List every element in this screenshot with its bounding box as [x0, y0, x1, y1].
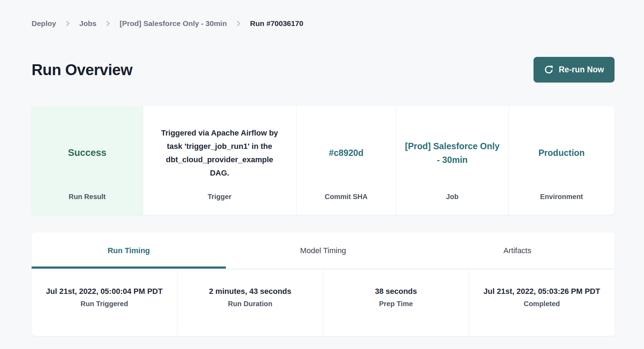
tab-run-timing[interactable]: Run Timing — [32, 232, 226, 269]
environment-label: Environment — [540, 193, 583, 201]
commit-sha-link[interactable]: #c8920d — [329, 146, 364, 160]
job-label: Job — [446, 193, 459, 201]
run-result-cell: Success Run Result — [32, 106, 143, 215]
rerun-now-button[interactable]: Re-run Now — [534, 57, 615, 83]
breadcrumb-jobs[interactable]: Jobs — [79, 19, 96, 28]
breadcrumb: Deploy Jobs [Prod] Salesforce Only - 30m… — [32, 18, 615, 29]
commit-sha-label: Commit SHA — [325, 193, 368, 201]
run-duration-cell: 2 minutes, 43 seconds Run Duration — [177, 270, 323, 336]
prep-time-value: 38 seconds — [375, 285, 417, 298]
job-link[interactable]: [Prod] Salesforce Only - 30min — [405, 139, 500, 167]
tab-artifacts[interactable]: Artifacts — [420, 232, 615, 269]
tab-model-timing[interactable]: Model Timing — [226, 232, 420, 269]
page-title: Run Overview — [32, 61, 132, 79]
run-triggered-label: Run Triggered — [81, 300, 128, 308]
commit-sha-cell: #c8920d Commit SHA — [296, 106, 396, 215]
run-triggered-value: Jul 21st, 2022, 05:00:04 PM PDT — [46, 285, 163, 298]
chevron-right-icon — [106, 20, 110, 27]
run-result-value: Success — [68, 146, 107, 160]
environment-link[interactable]: Production — [538, 146, 585, 160]
tab-bar: Run Timing Model Timing Artifacts — [32, 232, 615, 269]
run-duration-label: Run Duration — [228, 300, 273, 308]
breadcrumb-job-name[interactable]: [Prod] Salesforce Only - 30min — [120, 19, 227, 28]
run-timing-panel: Jul 21st, 2022, 05:00:04 PM PDT Run Trig… — [32, 270, 615, 336]
run-triggered-cell: Jul 21st, 2022, 05:00:04 PM PDT Run Trig… — [32, 270, 177, 336]
trigger-label: Trigger — [208, 193, 232, 201]
prep-time-label: Prep Time — [379, 300, 413, 308]
run-duration-value: 2 minutes, 43 seconds — [209, 285, 291, 298]
header-row: Run Overview Re-run Now — [32, 57, 615, 83]
run-summary-card: Success Run Result Triggered via Apache … — [32, 106, 615, 215]
environment-cell: Production Environment — [509, 106, 615, 215]
completed-value: Jul 21st, 2022, 05:03:26 PM PDT — [483, 285, 600, 298]
breadcrumb-deploy[interactable]: Deploy — [32, 19, 56, 28]
prep-time-cell: 38 seconds Prep Time — [323, 270, 469, 336]
refresh-icon — [544, 65, 554, 74]
chevron-right-icon — [236, 20, 241, 27]
trigger-value: Triggered via Apache Airflow by task 'tr… — [156, 126, 283, 180]
rerun-now-label: Re-run Now — [559, 65, 604, 74]
trigger-cell: Triggered via Apache Airflow by task 'tr… — [143, 106, 296, 215]
completed-label: Completed — [524, 300, 560, 308]
chevron-right-icon — [65, 20, 70, 27]
job-cell: [Prod] Salesforce Only - 30min Job — [396, 106, 509, 215]
completed-cell: Jul 21st, 2022, 05:03:26 PM PDT Complete… — [469, 270, 615, 336]
run-result-label: Run Result — [69, 193, 106, 201]
breadcrumb-run-number: Run #70036170 — [250, 19, 303, 28]
run-overview-page: Deploy Jobs [Prod] Salesforce Only - 30m… — [0, 0, 644, 349]
